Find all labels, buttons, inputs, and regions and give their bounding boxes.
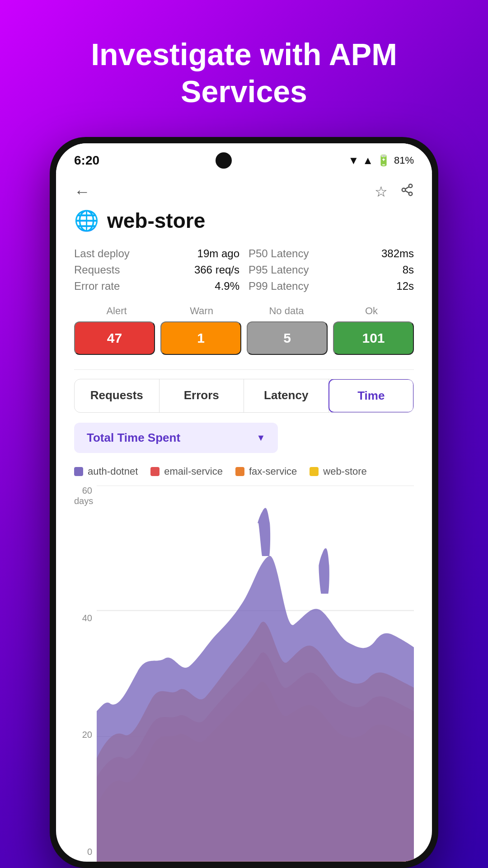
y-label-40: 40 [74, 613, 92, 623]
phone-screen: 6:20 ▼ ▲ 🔋 81% ← ☆ [56, 143, 432, 862]
star-button[interactable]: ☆ [375, 183, 388, 200]
badge-label-nodata: No data [244, 305, 329, 317]
phone-container: 6:20 ▼ ▲ 🔋 81% ← ☆ [50, 137, 438, 868]
metrics-left: Last deploy 19m ago Requests 366 req/s E… [74, 245, 239, 294]
battery-icon: 🔋 [377, 154, 390, 167]
legend-label-webstore: web-store [323, 466, 367, 477]
share-button[interactable] [400, 183, 414, 200]
nav-actions: ☆ [375, 183, 414, 200]
page-wrapper: Investigate with APM Services 6:20 ▼ ▲ 🔋… [0, 0, 488, 868]
signal-icon: ▲ [362, 154, 373, 167]
legend-label-email: email-service [164, 466, 223, 477]
badge-label-warn: Warn [159, 305, 244, 317]
metric-value: 4.9% [215, 280, 239, 292]
metric-value: 366 req/s [194, 264, 239, 276]
dropdown-label: Total Time Spent [87, 431, 180, 445]
time-dropdown[interactable]: Total Time Spent ▼ [74, 423, 278, 453]
metric-label: Requests [74, 264, 120, 276]
service-header: 🌐 web-store [74, 208, 414, 233]
metric-row: P50 Latency 382ms [249, 245, 414, 262]
y-label-60: 60 days [74, 486, 92, 506]
metric-label: P95 Latency [249, 264, 309, 276]
legend-item-email: email-service [150, 466, 223, 477]
back-button[interactable]: ← [74, 182, 90, 201]
metric-label: Last deploy [74, 247, 130, 260]
tab-errors[interactable]: Errors [160, 379, 244, 412]
status-bar: 6:20 ▼ ▲ 🔋 81% [56, 143, 432, 173]
legend-dot-email [150, 467, 160, 476]
status-icons: ▼ ▲ 🔋 81% [348, 154, 414, 167]
metric-row: Requests 366 req/s [74, 262, 239, 278]
hero-title: Investigate with APM Services [0, 36, 488, 110]
metrics-right: P50 Latency 382ms P95 Latency 8s P99 Lat… [249, 245, 414, 294]
alert-badge[interactable]: 47 [74, 321, 155, 355]
status-time: 6:20 [74, 153, 99, 168]
ok-badge[interactable]: 101 [333, 321, 414, 355]
svg-point-1 [402, 188, 406, 192]
tab-bar: Requests Errors Latency Time [74, 379, 414, 413]
metric-label: P50 Latency [249, 247, 309, 260]
metrics-grid: Last deploy 19m ago Requests 366 req/s E… [74, 245, 414, 294]
badge-buttons: 47 1 5 101 [74, 321, 414, 355]
y-label-0: 0 [74, 847, 92, 857]
metric-value: 382ms [381, 247, 414, 260]
chart-y-axis: 60 days 40 20 0 [74, 486, 92, 862]
metric-value: 12s [396, 280, 414, 292]
nodata-badge[interactable]: 5 [247, 321, 328, 355]
camera-notch [216, 152, 232, 169]
badge-label-ok: Ok [329, 305, 414, 317]
metric-row: P99 Latency 12s [249, 278, 414, 294]
y-label-20: 20 [74, 730, 92, 740]
dropdown-arrow-icon: ▼ [256, 433, 265, 443]
svg-point-0 [409, 184, 413, 188]
legend-label-auth: auth-dotnet [88, 466, 138, 477]
metric-value: 19m ago [197, 247, 239, 260]
badge-label-alert: Alert [74, 305, 159, 317]
service-icon: 🌐 [74, 209, 99, 232]
chart-area: 60 days 40 20 0 [74, 486, 414, 862]
metric-row: Error rate 4.9% [74, 278, 239, 294]
legend-label-fax: fax-service [249, 466, 297, 477]
app-content: ← ☆ 🌐 web-st [56, 173, 432, 862]
metric-row: P95 Latency 8s [249, 262, 414, 278]
legend-item-auth: auth-dotnet [74, 466, 138, 477]
metric-label: P99 Latency [249, 280, 309, 292]
tab-time[interactable]: Time [328, 379, 414, 413]
top-nav: ← ☆ [74, 173, 414, 208]
chart-svg [97, 486, 414, 862]
status-badges: Alert Warn No data Ok 47 1 5 101 [74, 305, 414, 355]
chart-legend: auth-dotnet email-service fax-service we… [74, 466, 414, 477]
wifi-icon: ▼ [348, 154, 359, 167]
legend-dot-auth [74, 467, 83, 476]
metric-value: 8s [403, 264, 414, 276]
warn-badge[interactable]: 1 [160, 321, 241, 355]
metric-row: Last deploy 19m ago [74, 245, 239, 262]
battery-level: 81% [394, 155, 414, 166]
legend-dot-fax [235, 467, 244, 476]
tab-latency[interactable]: Latency [244, 379, 329, 412]
badge-labels: Alert Warn No data Ok [74, 305, 414, 317]
legend-item-webstore: web-store [310, 466, 367, 477]
service-name: web-store [107, 208, 205, 233]
metric-label: Error rate [74, 280, 120, 292]
divider [74, 369, 414, 370]
svg-line-4 [405, 187, 409, 189]
tab-requests[interactable]: Requests [75, 379, 160, 412]
chart-canvas [97, 486, 414, 862]
legend-item-fax: fax-service [235, 466, 297, 477]
svg-point-2 [409, 192, 413, 196]
svg-line-3 [405, 191, 409, 193]
legend-dot-webstore [310, 467, 319, 476]
